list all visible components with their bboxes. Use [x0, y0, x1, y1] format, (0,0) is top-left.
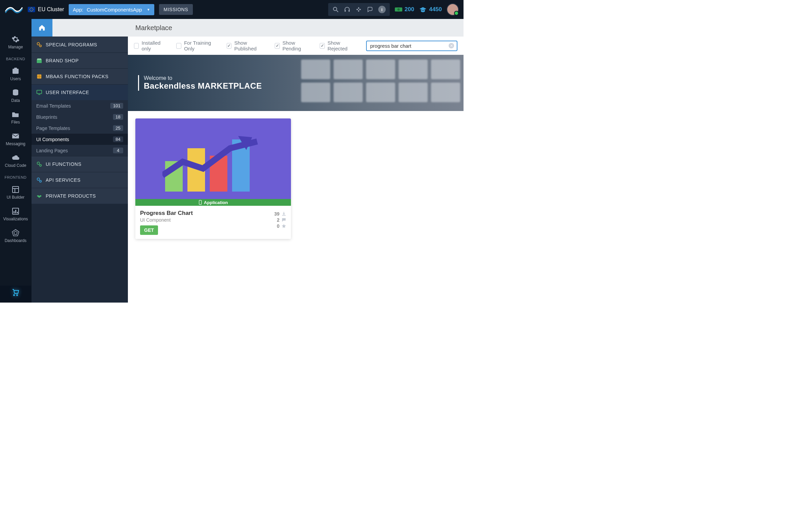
credits-grad-value: 4450	[429, 6, 442, 13]
user-avatar[interactable]	[447, 3, 459, 16]
headset-icon[interactable]	[344, 6, 350, 13]
section-api-services[interactable]: API SERVICES	[31, 172, 128, 188]
credits-grad[interactable]: 4450	[419, 6, 442, 13]
svg-point-32	[37, 43, 40, 45]
svg-point-41	[40, 164, 41, 166]
sublist-label: Page Templates	[36, 126, 70, 131]
rail-cloud-code[interactable]: Cloud Code	[0, 151, 31, 171]
eu-flag-icon	[28, 7, 35, 12]
svg-point-9	[333, 7, 337, 11]
handshake-icon	[36, 193, 42, 199]
star-icon	[281, 224, 286, 228]
svg-rect-28	[15, 210, 16, 213]
sublist-count: 18	[113, 114, 123, 120]
rail-dashboards[interactable]: Dashboards	[0, 226, 31, 246]
filter-training-only[interactable]: For Training Only	[176, 40, 217, 52]
svg-point-3	[29, 9, 30, 10]
missions-button[interactable]: MISSIONS	[159, 4, 193, 15]
results-grid: Application Progress Bar Chart UI Compon…	[128, 111, 464, 246]
cart-icon	[11, 288, 20, 297]
rail-users[interactable]: Users	[0, 64, 31, 84]
rail-data[interactable]: Data	[0, 86, 31, 105]
section-user-interface[interactable]: USER INTERFACE	[31, 84, 128, 100]
rail-label: Manage	[8, 45, 23, 49]
filter-show-published[interactable]: Show Published	[227, 40, 264, 52]
search-input-wrap: ✕	[366, 41, 458, 51]
top-utility-icons: i	[328, 3, 390, 16]
rail-manage[interactable]: Manage	[0, 32, 31, 52]
product-type-strip: Application	[135, 199, 291, 206]
svg-line-10	[336, 11, 338, 12]
rail-messaging[interactable]: Messaging	[0, 129, 31, 149]
graduation-cap-icon	[419, 6, 427, 13]
filter-show-pending[interactable]: Show Pending	[275, 40, 309, 52]
search-input[interactable]	[369, 43, 449, 49]
rail-visualizations[interactable]: Visualizations	[0, 204, 31, 224]
checkbox-checked-icon	[227, 43, 232, 49]
filter-show-rejected[interactable]: Show Rejected	[320, 40, 356, 52]
svg-rect-44	[199, 200, 201, 204]
rail-files[interactable]: Files	[0, 108, 31, 127]
app-selector[interactable]: App: CustomComponentsApp ▼	[69, 4, 154, 15]
home-icon	[38, 24, 46, 31]
folder-icon	[11, 110, 20, 118]
credits-cash[interactable]: 200	[394, 6, 414, 13]
section-label: PRIVATE PRODUCTS	[46, 193, 96, 199]
sublist-landing-pages[interactable]: Landing Pages 4	[31, 145, 128, 156]
section-private-products[interactable]: PRIVATE PRODUCTS	[31, 188, 128, 204]
sublist-email-templates[interactable]: Email Templates 101	[31, 100, 128, 111]
mail-icon	[11, 132, 20, 140]
section-label: API SERVICES	[46, 177, 81, 183]
filter-label: For Training Only	[184, 40, 217, 52]
info-icon[interactable]: i	[378, 6, 386, 13]
gears-icon	[36, 177, 42, 183]
hero-subtitle: Welcome to	[144, 75, 262, 81]
sublist-count: 84	[113, 137, 123, 142]
svg-rect-23	[13, 186, 19, 192]
svg-rect-19	[13, 69, 19, 74]
search-icon[interactable]	[332, 6, 339, 13]
sublist-page-templates[interactable]: Page Templates 25	[31, 123, 128, 134]
section-special-programs[interactable]: SPECIAL PROGRAMS	[31, 37, 128, 53]
hero-banner: Welcome to Backendless MARKETPLACE	[128, 55, 464, 111]
svg-rect-20	[14, 68, 17, 69]
rail-ui-builder[interactable]: UI Builder	[0, 183, 31, 202]
page-title: Marketplace	[128, 19, 464, 37]
brand-logo[interactable]	[5, 5, 23, 14]
rail-label: UI Builder	[7, 195, 25, 200]
shop-icon	[36, 58, 42, 63]
chat-icon[interactable]	[367, 6, 374, 13]
get-button[interactable]: GET	[140, 225, 158, 235]
home-button[interactable]	[31, 19, 53, 37]
sublist-ui-components[interactable]: UI Components 84	[31, 134, 128, 145]
rail-marketplace[interactable]	[0, 286, 31, 303]
svg-point-2	[31, 11, 32, 12]
clear-search-icon[interactable]: ✕	[449, 43, 454, 48]
product-card[interactable]: Application Progress Bar Chart UI Compon…	[135, 118, 291, 239]
rail-label: Dashboards	[5, 238, 27, 243]
cluster-selector[interactable]: EU Cluster	[28, 6, 64, 13]
svg-rect-11	[345, 10, 345, 12]
app-selector-prefix: App:	[73, 7, 83, 13]
rail-label: Users	[10, 76, 20, 81]
sublist-blueprints[interactable]: Blueprints 18	[31, 111, 128, 123]
layout-icon	[11, 185, 20, 194]
stat-comments: 2	[266, 217, 286, 223]
checkbox-icon	[176, 43, 182, 49]
section-brand-shop[interactable]: BRAND SHOP	[31, 53, 128, 68]
svg-point-33	[40, 45, 41, 47]
chart-icon	[11, 207, 20, 215]
section-mbaas-packs[interactable]: MBAAS FUNCTION PACKS	[31, 68, 128, 84]
section-ui-functions[interactable]: UI FUNCTIONS	[31, 156, 128, 172]
filter-installed-only[interactable]: Installed only	[134, 40, 166, 52]
comment-icon	[281, 218, 286, 223]
slack-icon[interactable]	[355, 6, 362, 13]
svg-point-43	[40, 181, 41, 182]
credits-cash-value: 200	[405, 6, 414, 13]
svg-rect-38	[37, 90, 42, 94]
phone-icon	[199, 200, 202, 205]
database-icon	[11, 89, 20, 97]
ui-sublist: Email Templates 101 Blueprints 18 Page T…	[31, 100, 128, 156]
svg-marker-30	[12, 229, 19, 236]
sublist-label: Blueprints	[36, 114, 57, 120]
